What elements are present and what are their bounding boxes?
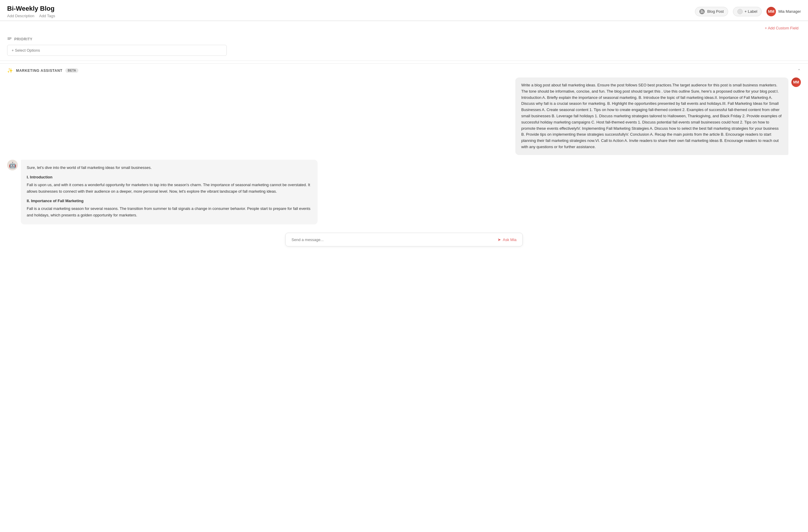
ask-mia-label: Ask Mia [503, 238, 516, 242]
priority-divider [0, 60, 808, 61]
add-tags-btn[interactable]: Add Tags [39, 14, 55, 18]
priority-icon [7, 36, 12, 42]
priority-label: PRIORITY [14, 37, 32, 41]
marketing-section: ✨ MARKETING ASSISTANT BETA ⌃ Write a blo… [0, 63, 808, 254]
marketing-header-left: ✨ MARKETING ASSISTANT BETA [7, 68, 78, 73]
custom-field-bar: + Add Custom Field [0, 21, 808, 32]
label-btn-text: + Label [745, 9, 757, 14]
user-name: Mia Manager [778, 9, 801, 14]
send-icon: ➤ [497, 237, 501, 242]
ask-mia-button[interactable]: ➤ Ask Mia [497, 237, 516, 242]
marketing-title: MARKETING ASSISTANT [16, 69, 62, 73]
svg-point-0 [701, 12, 702, 13]
message-input-box: ➤ Ask Mia [285, 233, 523, 246]
ai-section2-title: II. Importance of Fall Marketing [27, 198, 312, 204]
rss-icon [699, 9, 705, 14]
ai-message-container: 🤖 Sure, let's dive into the world of fal… [7, 160, 801, 225]
header-right: Blog Post + Label MM Mia Manager [695, 7, 801, 16]
beta-badge: BETA [65, 68, 78, 73]
avatar: MM [767, 7, 776, 16]
priority-section: PRIORITY [0, 32, 808, 60]
ai-section1-title: I. Introduction [27, 174, 312, 181]
header-left: Bi-Weekly Blog Add Description Add Tags [7, 5, 55, 18]
user-message-container: Write a blog post about fall marketing i… [7, 77, 801, 155]
page-title: Bi-Weekly Blog [7, 5, 55, 13]
message-input[interactable] [292, 238, 497, 242]
user-avatar-small: MM [791, 77, 801, 87]
label-circle-icon [737, 9, 743, 14]
marketing-header[interactable]: ✨ MARKETING ASSISTANT BETA ⌃ [0, 63, 808, 77]
ai-message-bubble: Sure, let's dive into the world of fall … [21, 160, 318, 225]
collapse-icon[interactable]: ⌃ [797, 68, 801, 73]
ai-avatar: 🤖 [7, 160, 18, 170]
priority-header: PRIORITY [7, 36, 801, 42]
chat-area: Write a blog post about fall marketing i… [0, 77, 808, 229]
label-badge[interactable]: + Label [733, 7, 762, 16]
add-description-btn[interactable]: Add Description [7, 14, 34, 18]
magic-icon: ✨ [7, 68, 13, 73]
ai-intro-text: Sure, let's dive into the world of fall … [27, 164, 312, 171]
add-custom-field-button[interactable]: + Add Custom Field [762, 25, 801, 32]
blog-post-label: Blog Post [707, 9, 724, 14]
message-input-container: ➤ Ask Mia [0, 229, 808, 254]
blog-post-badge[interactable]: Blog Post [695, 7, 728, 16]
ai-section1-body: Fall is upon us, and with it comes a won… [27, 182, 312, 195]
user-badge[interactable]: MM Mia Manager [767, 7, 801, 16]
header-meta: Add Description Add Tags [7, 14, 55, 18]
page-header: Bi-Weekly Blog Add Description Add Tags … [0, 0, 808, 21]
avatar-initials: MM [768, 9, 774, 14]
priority-select-input[interactable] [7, 45, 227, 56]
user-avatar-initials: MM [793, 80, 799, 84]
ai-section2-body: Fall is a crucial marketing season for s… [27, 205, 312, 219]
user-message-bubble: Write a blog post about fall marketing i… [515, 77, 788, 155]
